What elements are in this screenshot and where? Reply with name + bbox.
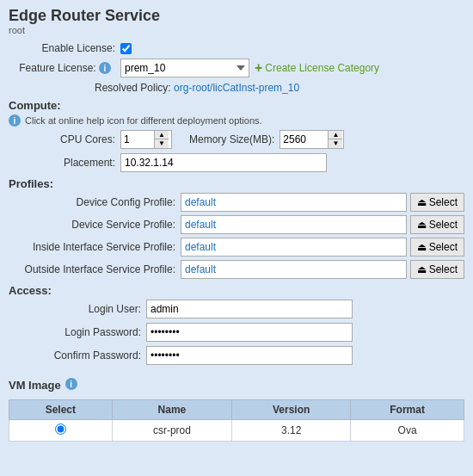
outside-interface-input[interactable] [181, 260, 407, 279]
vm-row-name: csr-prod [112, 420, 231, 442]
login-password-label: Login Password: [9, 326, 146, 338]
table-row: csr-prod 3.12 Ova [9, 420, 464, 442]
device-config-profile-input-wrap [181, 193, 407, 212]
resolved-policy-label: Resolved Policy: [95, 82, 171, 94]
vm-table-body: csr-prod 3.12 Ova [9, 420, 464, 442]
cpu-up-btn[interactable]: ▲ [155, 131, 169, 139]
vm-image-table: Select Name Version Format csr-prod 3.12… [9, 399, 464, 442]
device-service-profile-select-btn[interactable]: ⏏ Select [410, 215, 464, 234]
login-password-row: Login Password: [9, 323, 464, 342]
login-user-row: Login User: [9, 300, 464, 318]
device-service-profile-input-wrap [181, 215, 407, 234]
page-title: Edge Router Service [9, 7, 464, 25]
confirm-password-row: Confirm Password: [9, 346, 464, 365]
vm-image-title: VM Image [9, 379, 61, 392]
enable-license-checkbox[interactable] [120, 43, 132, 54]
vm-col-select: Select [9, 400, 113, 420]
inside-interface-select-btn[interactable]: ⏏ Select [410, 238, 464, 257]
plus-icon: + [255, 61, 262, 75]
cpu-cores-spinner: ▲ ▼ [120, 130, 172, 149]
vm-col-version: Version [232, 400, 351, 420]
outside-interface-row: Outside Interface Service Profile: ⏏ Sel… [9, 260, 464, 279]
cpu-down-btn[interactable]: ▼ [155, 139, 169, 148]
resolved-policy-link[interactable]: org-root/licCatInst-prem_10 [174, 82, 299, 94]
cpu-cores-label: CPU Cores: [9, 133, 120, 145]
device-config-profile-input[interactable] [181, 193, 407, 212]
access-section-title: Access: [9, 284, 464, 297]
outside-interface-input-wrap [181, 260, 407, 279]
device-config-profile-label: Device Config Profile: [9, 196, 181, 208]
memory-size-spinner: ▲ ▼ [280, 130, 344, 149]
device-service-profile-row: Device Service Profile: ⏏ Select [9, 215, 464, 234]
feature-license-info-icon[interactable]: i [99, 62, 111, 74]
cpu-cores-input[interactable] [121, 131, 154, 148]
memory-up-btn[interactable]: ▲ [329, 131, 342, 139]
compute-info-icon[interactable]: i [9, 114, 21, 127]
memory-down-btn[interactable]: ▼ [329, 139, 342, 148]
enable-license-row: Enable License: [9, 42, 464, 54]
profiles-section-title: Profiles: [9, 177, 464, 190]
vm-title-row: VM Image i [9, 374, 464, 394]
feature-license-row: Feature License: i prem_10 prem_20 prem_… [9, 59, 464, 77]
memory-size-input[interactable] [280, 131, 328, 148]
inside-interface-input-wrap [181, 238, 407, 257]
vm-table-header-row: Select Name Version Format [9, 400, 464, 420]
device-config-profile-select-btn[interactable]: ⏏ Select [410, 193, 464, 212]
inside-interface-label: Inside Interface Service Profile: [9, 241, 181, 253]
select-icon-3: ⏏ [417, 241, 427, 253]
vm-image-section: VM Image i Select Name Version Format cs… [9, 374, 464, 442]
placement-label: Placement: [9, 157, 120, 169]
confirm-password-input[interactable] [146, 346, 353, 365]
placement-row: Placement: [9, 153, 464, 172]
vm-image-info-icon[interactable]: i [65, 378, 77, 390]
outside-interface-select-btn[interactable]: ⏏ Select [410, 260, 464, 279]
vm-table-header: Select Name Version Format [9, 400, 464, 420]
create-license-link[interactable]: + Create License Category [255, 61, 379, 75]
confirm-password-label: Confirm Password: [9, 349, 146, 362]
outside-interface-label: Outside Interface Service Profile: [9, 263, 181, 275]
placement-input[interactable] [120, 153, 327, 172]
vm-col-format: Format [351, 400, 464, 420]
memory-size-label: Memory Size(MB): [189, 133, 280, 145]
login-user-label: Login User: [9, 303, 146, 315]
vm-row-version: 3.12 [232, 420, 351, 442]
login-password-input[interactable] [146, 323, 353, 342]
feature-license-label: Feature License: i [9, 62, 120, 75]
page-header: Edge Router Service root [0, 0, 473, 37]
device-service-profile-input[interactable] [181, 215, 407, 234]
vm-col-name: Name [112, 400, 231, 420]
inside-interface-input[interactable] [181, 238, 407, 257]
device-config-profile-row: Device Config Profile: ⏏ Select [9, 193, 464, 212]
select-icon-2: ⏏ [417, 219, 427, 231]
device-service-profile-label: Device Service Profile: [9, 219, 181, 231]
compute-info-row: i Click at online help icon for differen… [9, 114, 464, 127]
compute-section-title: Compute: [9, 99, 464, 112]
enable-license-label: Enable License: [9, 42, 120, 54]
vm-row-radio[interactable] [55, 423, 66, 435]
vm-row-select-cell [9, 420, 113, 442]
login-user-input[interactable] [146, 300, 353, 318]
cpu-memory-row: CPU Cores: ▲ ▼ Memory Size(MB): ▲ ▼ [9, 130, 464, 149]
vm-row-format: Ova [351, 420, 464, 442]
inside-interface-row: Inside Interface Service Profile: ⏏ Sele… [9, 238, 464, 257]
select-icon-4: ⏏ [417, 263, 427, 275]
feature-license-select[interactable]: prem_10 prem_20 prem_50 [120, 59, 249, 77]
breadcrumb: root [9, 25, 464, 35]
resolved-policy-row: Resolved Policy: org-root/licCatInst-pre… [9, 82, 464, 94]
main-content: Enable License: Feature License: i prem_… [0, 37, 473, 450]
select-icon-1: ⏏ [417, 196, 427, 208]
